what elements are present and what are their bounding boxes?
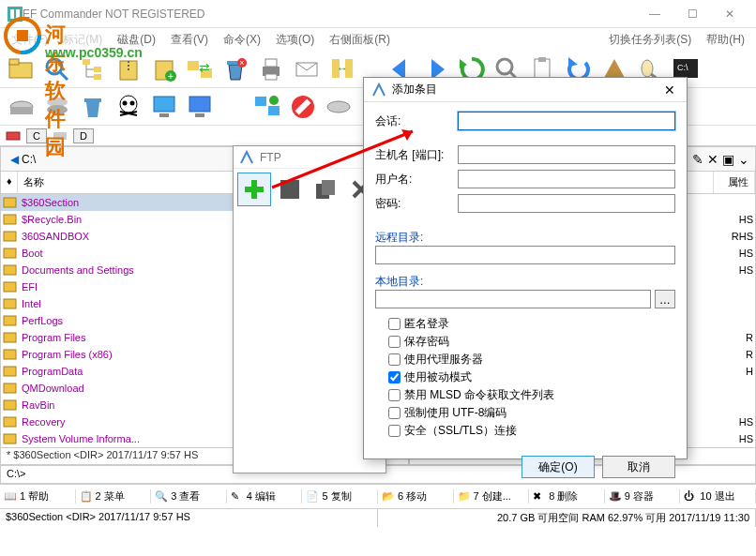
disks-icon[interactable] [41, 91, 73, 123]
svg-rect-52 [195, 113, 204, 117]
chk-proxy[interactable]: 使用代理服务器 [388, 352, 675, 368]
svg-point-42 [47, 105, 68, 114]
svg-rect-72 [4, 383, 16, 393]
svg-rect-61 [4, 198, 16, 207]
chk-passive[interactable]: 使用被动模式 [388, 369, 675, 385]
block-icon[interactable] [287, 91, 319, 123]
label-pass: 密码: [375, 196, 458, 212]
svg-rect-65 [4, 265, 16, 275]
fkey-6[interactable]: 📂6 移动 [378, 489, 454, 503]
menu-disk[interactable]: 磁盘(D) [112, 30, 161, 50]
split-icon[interactable]: ↔ [326, 53, 358, 85]
disk2-icon[interactable] [323, 91, 355, 123]
svg-rect-70 [4, 350, 16, 359]
add-entry-dialog: 添加条目 ✕ 会话: 主机名 [端口]: 用户名: 密码: 远程目录: 本地目录… [363, 77, 688, 459]
unzip-icon[interactable]: + [148, 53, 180, 85]
fkey-7[interactable]: 📁7 创建... [454, 489, 530, 503]
label-host: 主机名 [端口]: [375, 147, 458, 163]
search-icon[interactable] [41, 53, 73, 85]
trash2-icon[interactable] [77, 91, 109, 123]
trash-icon[interactable]: × [219, 53, 251, 85]
ftp-title: FTP [260, 151, 281, 164]
password-input[interactable] [458, 194, 675, 213]
fkey-5[interactable]: 📄5 复制 [302, 489, 378, 503]
browse-button[interactable]: ... [655, 290, 675, 308]
svg-rect-67 [4, 299, 16, 308]
fkey-8[interactable]: ✖8 删除 [529, 489, 605, 503]
chk-utf8[interactable]: 强制使用 UTF-8编码 [388, 405, 675, 421]
menu-cmd[interactable]: 命令(X) [218, 30, 266, 50]
chk-anon[interactable]: 匿名登录 [388, 316, 675, 332]
fkey-4[interactable]: ✎4 编辑 [227, 489, 303, 503]
zip-icon[interactable] [113, 53, 144, 85]
svg-rect-49 [154, 97, 174, 112]
fkey-bar: 📖1 帮助📋2 菜单🔍3 查看✎4 编辑📄5 复制📂6 移动📁7 创建...✖8… [0, 484, 756, 508]
svg-rect-34 [538, 57, 546, 62]
menu-view[interactable]: 查看(V) [165, 30, 214, 50]
svg-text:×: × [239, 58, 244, 68]
disk-icon[interactable] [6, 91, 38, 123]
drive-d[interactable]: D [73, 128, 94, 143]
drive-c[interactable]: C [26, 128, 47, 143]
fkey-3[interactable]: 🔍3 查看 [151, 489, 227, 503]
drive-selector-icon[interactable] [6, 128, 21, 143]
right-panel-icons[interactable]: ✎ ✕ ▣ ⌄ [692, 152, 749, 167]
chk-mlsd[interactable]: 禁用 MLSD 命令获取文件列表 [388, 387, 675, 403]
fkey-10[interactable]: ⏻10 退出 [680, 489, 756, 503]
app-icon [8, 7, 23, 22]
svg-rect-11 [94, 67, 101, 72]
svg-point-55 [269, 96, 279, 105]
svg-rect-74 [4, 417, 16, 427]
ftp-copy-button[interactable] [309, 173, 342, 206]
label-user: 用户名: [375, 172, 458, 188]
open-icon[interactable] [6, 53, 38, 85]
mail-icon[interactable] [291, 53, 323, 85]
svg-text:⇄: ⇄ [199, 60, 210, 75]
label-remote: 远程目录: [375, 230, 675, 246]
session-input[interactable] [458, 112, 675, 130]
menu-opts[interactable]: 选项(O) [270, 30, 320, 50]
svg-rect-51 [189, 97, 210, 112]
maximize-button[interactable]: ☐ [673, 1, 711, 27]
tree-icon[interactable] [77, 53, 109, 85]
network-icon[interactable] [251, 91, 283, 123]
menu-tasks[interactable]: 切换任务列表(S) [603, 30, 697, 50]
fkey-1[interactable]: 📖1 帮助 [0, 489, 76, 503]
print-icon[interactable] [255, 53, 287, 85]
svg-rect-40 [10, 107, 33, 114]
svg-point-46 [130, 100, 135, 105]
ftp-edit-button[interactable] [273, 173, 307, 206]
ok-button[interactable]: 确定(O) [522, 456, 595, 478]
menu-mark[interactable]: 标记(M) [57, 30, 108, 50]
close-button[interactable]: ✕ [711, 1, 748, 27]
svg-rect-62 [4, 215, 16, 224]
menu-file[interactable]: 文件(F) [6, 30, 53, 50]
svg-rect-71 [4, 367, 16, 376]
col-attr[interactable]: 属性 [714, 172, 755, 193]
chk-savepw[interactable]: 保存密码 [388, 334, 675, 350]
svg-rect-12 [94, 74, 101, 80]
minimize-button[interactable]: — [636, 1, 673, 27]
dialog-icon [371, 83, 386, 98]
fkey-9[interactable]: 🎩9 容器 [605, 489, 681, 503]
remote-dir-input[interactable] [375, 246, 675, 264]
svg-rect-26 [265, 74, 277, 80]
host-input[interactable] [458, 145, 675, 164]
skull-icon[interactable] [113, 91, 144, 123]
screen-icon[interactable] [184, 91, 216, 123]
dialog-close-icon[interactable]: ✕ [660, 83, 679, 98]
sync-icon[interactable]: ⇄ [184, 53, 216, 85]
panel-prev-icon[interactable]: ◀ [7, 153, 22, 166]
fkey-2[interactable]: 📋2 菜单 [76, 489, 152, 503]
svg-rect-50 [159, 113, 169, 117]
menu-help[interactable]: 帮助(H) [701, 30, 750, 50]
cancel-button[interactable]: 取消 [602, 456, 675, 478]
menu-rightpanel[interactable]: 右侧面板(R) [324, 30, 396, 50]
chk-ssl[interactable]: 安全（SSL/TLS）连接 [388, 423, 675, 439]
ftp-add-button[interactable] [237, 173, 271, 206]
ftp-icon [239, 150, 254, 165]
svg-rect-69 [4, 333, 16, 342]
local-dir-input[interactable] [375, 290, 651, 308]
computer-icon[interactable] [148, 91, 180, 123]
user-input[interactable] [458, 170, 675, 188]
